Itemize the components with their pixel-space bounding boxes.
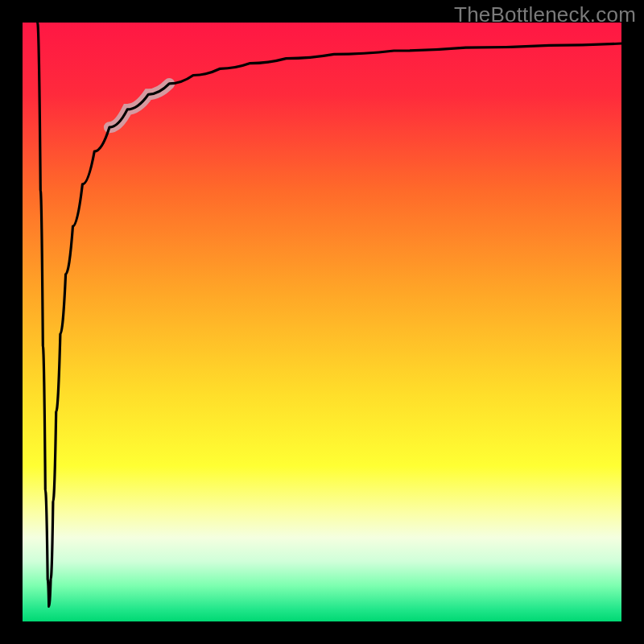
bottleneck-chart	[0, 0, 644, 644]
watermark-text: TheBottleneck.com	[454, 2, 636, 27]
plot-background	[23, 23, 621, 621]
